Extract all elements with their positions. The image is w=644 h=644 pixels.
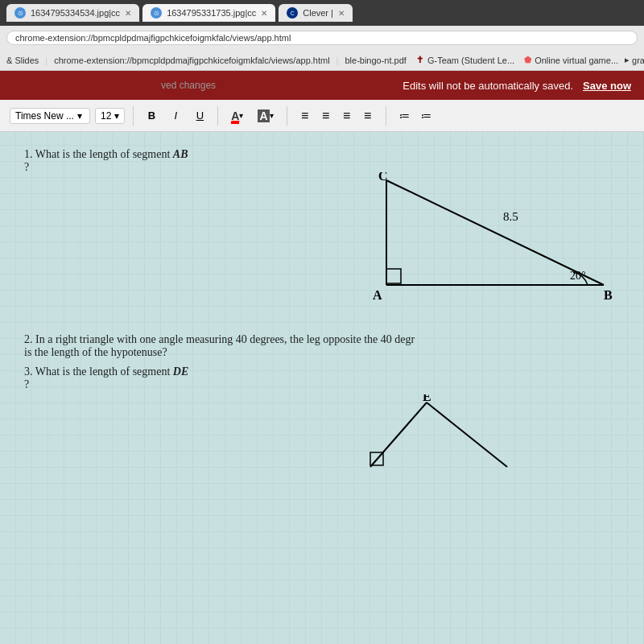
- question-2: 2. In a right triangle with one angle me…: [24, 333, 620, 359]
- question-3-end: ?: [24, 378, 29, 390]
- save-now-button[interactable]: Save now: [583, 80, 631, 92]
- font-highlight-a-label: A: [258, 109, 269, 122]
- font-highlight-dropdown-icon: ▾: [270, 111, 274, 120]
- bookmark-game-label: Online virtual game...: [535, 56, 618, 65]
- tab-2-icon: ⊙: [151, 7, 162, 19]
- triangle-diagram-wrapper: C A B 8.5 20°: [24, 180, 620, 325]
- tab-2-close[interactable]: ✕: [261, 9, 267, 18]
- address-bar[interactable]: chrome-extension://bpmcpldpdmajfigpchkic…: [6, 31, 638, 45]
- address-bar-row: chrome-extension://bpmcpldpdmajfigpchkic…: [0, 26, 644, 50]
- svg-rect-3: [386, 269, 401, 283]
- unordered-list-button[interactable]: ≔: [416, 105, 436, 126]
- bookmark-slides-label: & Slides: [6, 56, 39, 65]
- tab-3-icon: C: [287, 7, 298, 19]
- question-1-text: 1. What is the length of segment: [24, 148, 173, 160]
- tab-1-label: 1634795334534.jpg|cc: [31, 8, 120, 18]
- question-3-text: 3. What is the length of segment: [24, 365, 173, 378]
- bookmark-gteam-label: G-Team (Student Le...: [427, 56, 514, 65]
- tab-3-close[interactable]: ✕: [338, 9, 345, 18]
- tab-1-icon: ⊙: [14, 7, 26, 19]
- underline-button[interactable]: U: [190, 105, 209, 126]
- notification-right: Edits will not be automatically saved. S…: [402, 80, 631, 92]
- browser-chrome: ⊙ 1634795334534.jpg|cc ✕ ⊙ 1634795331735…: [0, 0, 644, 26]
- sep1: |: [45, 56, 47, 65]
- align-justify-button[interactable]: ≡: [358, 105, 378, 126]
- font-size-dropdown-icon: ▾: [114, 110, 119, 122]
- tab-3-label: Clever |: [303, 8, 333, 18]
- question-2-text: 2. In a right triangle with one angle me…: [24, 333, 415, 345]
- gteam-icon: ✝: [416, 55, 423, 65]
- triangle-svg: C A B 8.5 20°: [290, 172, 628, 317]
- font-color-button[interactable]: A ▾: [226, 105, 248, 126]
- font-size-selector[interactable]: 12 ▾: [95, 108, 125, 124]
- font-highlight-button[interactable]: A ▾: [253, 105, 278, 126]
- font-name-label: Times New ...: [15, 110, 74, 122]
- font-size-label: 12: [101, 110, 111, 122]
- question-1-segment: AB: [173, 148, 188, 160]
- bookmark-ext[interactable]: chrome-extension://bpmcpldpdmajfigpchkic…: [54, 56, 329, 65]
- align-buttons: ≡ ≡ ≡ ≡: [295, 105, 378, 126]
- align-right-button[interactable]: ≡: [337, 105, 357, 126]
- game-icon: ⬟: [524, 55, 532, 65]
- font-name-dropdown-icon: ▾: [77, 110, 82, 122]
- bookmarks-row: & Slides | chrome-extension://bpmcpldpdm…: [0, 50, 644, 71]
- svg-text:B: B: [604, 288, 613, 302]
- svg-text:C: C: [378, 172, 388, 183]
- list-buttons: ≔ ≔: [394, 105, 436, 126]
- italic-button[interactable]: I: [166, 105, 185, 126]
- bookmark-grade-label: grade: [632, 56, 644, 65]
- question-1-end: ?: [24, 161, 29, 173]
- svg-text:E: E: [423, 394, 431, 403]
- font-color-a-label: A: [231, 109, 239, 122]
- divider-4: [386, 106, 386, 126]
- tab-3[interactable]: C Clever | ✕: [279, 4, 353, 22]
- align-left-button[interactable]: ≡: [295, 105, 315, 126]
- ordered-list-button[interactable]: ≔: [394, 105, 415, 126]
- bold-button[interactable]: B: [142, 105, 161, 126]
- bookmark-grade-arrow: ▸: [625, 55, 630, 65]
- question-3: 3. What is the length of segment DE ?: [24, 365, 620, 391]
- notification-message: Edits will not be automatically saved.: [402, 80, 573, 92]
- svg-line-9: [370, 402, 427, 467]
- font-color-dropdown-icon: ▾: [239, 111, 243, 120]
- sep2: |: [336, 56, 339, 65]
- bookmark-grade[interactable]: ▸ grade: [625, 55, 644, 65]
- bookmark-pdf[interactable]: ble-bingo-nt.pdf: [345, 56, 406, 65]
- svg-text:8.5: 8.5: [503, 210, 518, 223]
- tab-2-label: 1634795331735.jpg|cc: [167, 8, 256, 18]
- toolbar: Times New ... ▾ 12 ▾ B I U A ▾ A ▾ ≡ ≡ ≡…: [0, 100, 644, 132]
- divider-2: [217, 106, 218, 126]
- bookmark-game[interactable]: ⬟ Online virtual game...: [524, 55, 618, 65]
- diagram-2-svg: E ·: [290, 394, 572, 475]
- notification-left-text: ved changes: [161, 80, 216, 91]
- content-wrapper: 1. What is the length of segment AB ? C …: [24, 148, 620, 475]
- font-name-selector[interactable]: Times New ... ▾: [10, 108, 90, 124]
- document-area: 1. What is the length of segment AB ? C …: [0, 132, 644, 644]
- question-2-text2: is the length of the hypotenuse?: [24, 346, 167, 358]
- question-3-segment: DE: [173, 365, 188, 378]
- bookmark-ext-label: chrome-extension://bpmcpldpdmajfigpchkic…: [54, 56, 329, 65]
- svg-text:A: A: [373, 288, 382, 302]
- align-center-button[interactable]: ≡: [316, 105, 336, 126]
- tab-2[interactable]: ⊙ 1634795331735.jpg|cc ✕: [142, 4, 275, 22]
- notification-bar: ved changes Edits will not be automatica…: [0, 71, 644, 100]
- question-1: 1. What is the length of segment AB ?: [24, 148, 620, 174]
- tab-1-close[interactable]: ✕: [125, 9, 131, 18]
- divider-3: [287, 106, 287, 126]
- tab-1[interactable]: ⊙ 1634795334534.jpg|cc ✕: [6, 4, 139, 22]
- svg-line-10: [427, 402, 507, 467]
- bookmark-pdf-label: ble-bingo-nt.pdf: [345, 56, 406, 65]
- svg-text:20°: 20°: [570, 270, 586, 282]
- bookmark-gteam[interactable]: ✝ G-Team (Student Le...: [416, 55, 514, 65]
- svg-text:·: ·: [503, 472, 506, 475]
- divider-1: [133, 106, 134, 126]
- bookmark-slides[interactable]: & Slides: [6, 56, 39, 65]
- diagram-2-wrapper: E ·: [24, 394, 620, 475]
